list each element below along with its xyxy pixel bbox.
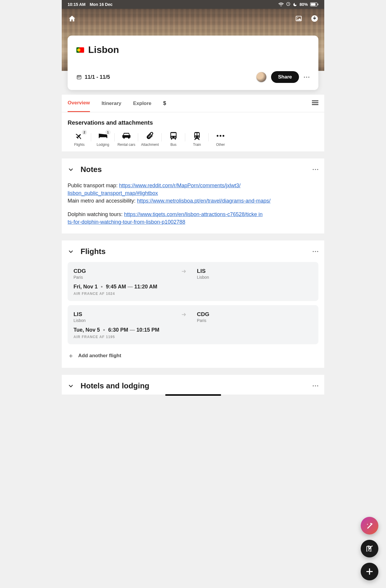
- svg-rect-14: [312, 102, 318, 103]
- flight-to-city: Lisbon: [197, 275, 241, 280]
- svg-rect-18: [171, 133, 176, 136]
- flight-from-code: LIS: [73, 311, 181, 318]
- res-flights[interactable]: 2 Flights: [68, 131, 91, 147]
- svg-point-20: [174, 137, 176, 138]
- chevron-down-icon[interactable]: [68, 383, 74, 389]
- flight-card[interactable]: CDG Paris LIS Lisbon Fri, Nov 1 • 9:45 A…: [68, 262, 318, 301]
- photo-button[interactable]: [294, 14, 303, 23]
- plus-icon: ＋: [68, 351, 74, 360]
- flight-from-city: Lisbon: [73, 318, 181, 323]
- res-label: Lodging: [97, 143, 109, 147]
- flight-airline: AIR FRANCE AF 1024: [73, 292, 313, 296]
- portugal-flag-icon: [76, 47, 84, 53]
- status-date: Mon 16 Dec: [90, 2, 113, 7]
- flights-section: Flights CDG Paris LIS Lisbon Fri, Nov 1 …: [62, 240, 324, 368]
- arrow-right-icon: [181, 312, 187, 318]
- res-label: Other: [216, 143, 225, 147]
- dnd-moon-icon: [293, 2, 297, 7]
- status-bar: 10:15 AM Mon 16 Dec 80%: [62, 0, 324, 9]
- svg-point-29: [220, 135, 221, 137]
- notes-more-icon[interactable]: [313, 169, 318, 170]
- svg-point-12: [308, 76, 310, 78]
- tab-menu-button[interactable]: [312, 100, 318, 107]
- flights-more-icon[interactable]: [313, 251, 318, 252]
- svg-point-27: [198, 136, 199, 138]
- res-rental-cars[interactable]: Rental cars: [115, 131, 138, 147]
- flights-title: Flights: [81, 247, 106, 256]
- tab-explore[interactable]: Explore: [133, 95, 151, 112]
- notes-body[interactable]: Public transport map: https://www.reddit…: [68, 182, 318, 226]
- flight-from-city: Paris: [73, 275, 181, 280]
- tab-bar: Overview Itinerary Explore $: [62, 95, 324, 112]
- svg-rect-13: [312, 100, 318, 101]
- svg-rect-24: [195, 133, 197, 136]
- flight-time-row: Fri, Nov 1 • 9:45 AM — 11:20 AM: [73, 284, 313, 290]
- svg-point-26: [195, 136, 196, 138]
- bus-icon: [169, 131, 178, 140]
- car-icon: [122, 131, 131, 140]
- res-attachment[interactable]: Attachment: [138, 131, 162, 147]
- notes-link[interactable]: https://www.tiqets.com/en/lisbon-attract…: [124, 211, 263, 217]
- svg-point-19: [171, 137, 173, 138]
- chevron-down-icon[interactable]: [68, 248, 74, 255]
- flight-airline: AIR FRANCE AF 1195: [73, 335, 313, 339]
- battery-percent: 80%: [300, 2, 308, 7]
- add-flight-button[interactable]: ＋ Add another flight: [68, 351, 318, 360]
- res-other[interactable]: Other: [209, 131, 232, 147]
- tab-cost[interactable]: $: [163, 95, 166, 112]
- wifi-icon: [278, 2, 284, 6]
- svg-point-35: [315, 251, 316, 252]
- svg-rect-3: [318, 4, 318, 5]
- chevron-down-icon[interactable]: [68, 166, 74, 173]
- res-lodging[interactable]: 1 Lodging: [91, 131, 115, 147]
- svg-rect-2: [311, 3, 315, 6]
- svg-point-31: [313, 169, 314, 170]
- svg-rect-15: [312, 104, 318, 105]
- battery-icon: [310, 2, 318, 6]
- reservations-title: Reservations and attachments: [68, 119, 318, 126]
- collaborator-avatar[interactable]: [256, 72, 266, 82]
- svg-point-34: [313, 251, 314, 252]
- share-button[interactable]: Share: [271, 71, 299, 83]
- more-icon[interactable]: [304, 76, 310, 78]
- svg-point-30: [223, 135, 224, 137]
- res-label: Bus: [171, 143, 177, 147]
- trip-dates[interactable]: 11/1 - 11/5: [76, 74, 110, 80]
- svg-rect-21: [171, 138, 172, 140]
- tab-itinerary[interactable]: Itinerary: [102, 95, 121, 112]
- res-bus[interactable]: Bus: [162, 131, 185, 147]
- svg-rect-9: [79, 77, 79, 78]
- svg-point-28: [217, 135, 218, 137]
- notes-link[interactable]: https://www.reddit.com/r/MapPorn/comment…: [119, 183, 240, 188]
- res-label: Rental cars: [118, 143, 136, 147]
- tab-overview[interactable]: Overview: [68, 95, 90, 112]
- flight-from-code: CDG: [73, 268, 181, 274]
- notes-link[interactable]: https://www.metrolisboa.pt/en/travel/dia…: [137, 198, 270, 204]
- trip-title: Lisbon: [88, 44, 119, 55]
- svg-rect-8: [78, 77, 78, 78]
- trip-dates-text: 11/1 - 11/5: [85, 74, 110, 80]
- res-label: Attachment: [141, 143, 159, 147]
- res-train[interactable]: Train: [185, 131, 209, 147]
- hotels-more-icon[interactable]: [313, 385, 318, 387]
- svg-point-11: [306, 76, 307, 78]
- notes-link[interactable]: lisbon_public_transport_map/#lightbox: [68, 190, 158, 196]
- download-button[interactable]: [310, 14, 319, 23]
- flight-card[interactable]: LIS Lisbon CDG Paris Tue, Nov 5 • 6:30 P…: [68, 305, 318, 344]
- notes-text: Main metro and accessibility:: [68, 198, 137, 204]
- flight-to-city: Paris: [197, 318, 241, 323]
- notes-section: Notes Public transport map: https://www.…: [62, 158, 324, 233]
- trip-card: Lisbon 11/1 - 11/5 Share: [68, 36, 318, 90]
- svg-rect-22: [175, 138, 176, 140]
- arrow-right-icon: [181, 268, 187, 274]
- lodging-badge: 1: [105, 130, 111, 135]
- home-indicator[interactable]: [165, 394, 221, 396]
- notes-link[interactable]: ts-for-dolphin-watching-tour-from-lisbon…: [68, 219, 185, 225]
- svg-point-32: [315, 169, 316, 170]
- res-label: Train: [193, 143, 201, 147]
- res-label: Flights: [74, 143, 84, 147]
- svg-rect-25: [197, 133, 199, 136]
- hotels-section: Hotels and lodging: [62, 375, 324, 395]
- svg-point-39: [317, 385, 318, 387]
- home-button[interactable]: [68, 14, 76, 23]
